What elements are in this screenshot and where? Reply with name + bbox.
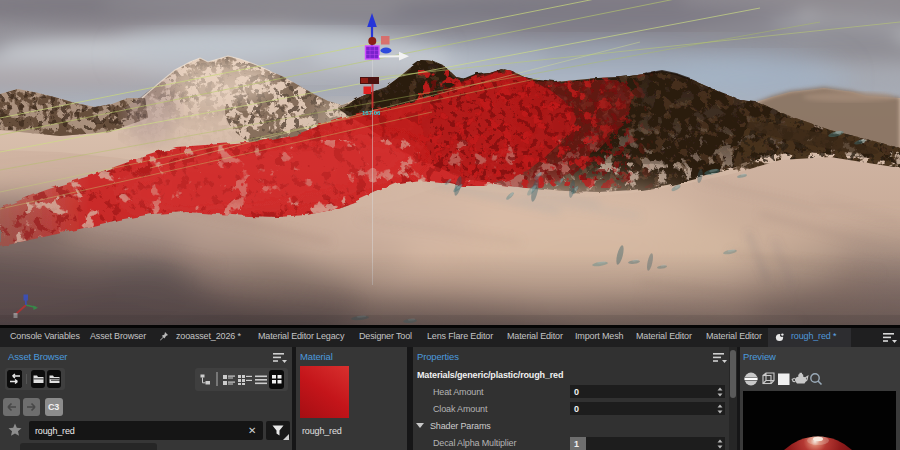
svg-text:167.06: 167.06 <box>362 110 381 116</box>
